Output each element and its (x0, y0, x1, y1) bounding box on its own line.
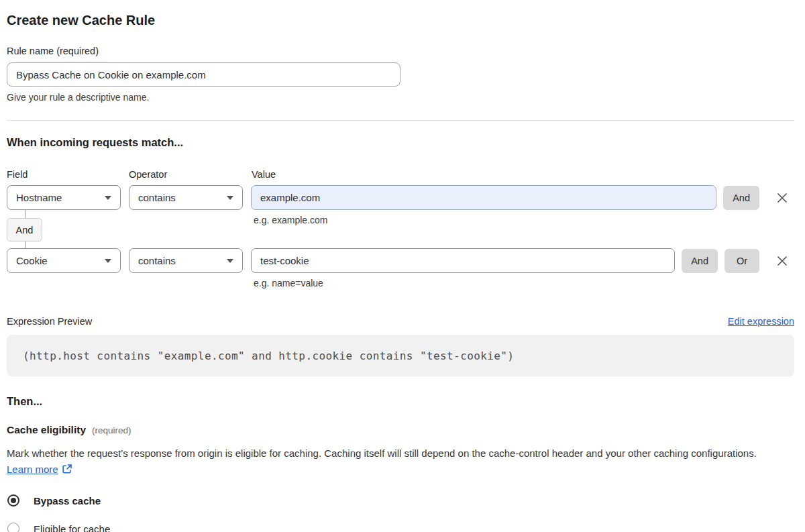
chevron-down-icon (105, 259, 111, 263)
field-select[interactable]: Hostname (7, 185, 121, 210)
remove-condition-button[interactable] (774, 253, 790, 269)
radio-selected-icon[interactable] (7, 494, 19, 507)
learn-more-link[interactable]: Learn more (7, 464, 58, 475)
and-connector: And (7, 210, 42, 248)
rule-name-helper: Give your rule a descriptive name. (7, 92, 794, 103)
condition-row: Hostname contains And (7, 185, 794, 210)
edit-expression-link[interactable]: Edit expression (728, 316, 794, 327)
radio-unselected-icon[interactable] (7, 523, 19, 532)
then-heading: Then... (7, 395, 794, 408)
connector-line (25, 210, 26, 218)
description-text: Mark whether the request’s response from… (7, 447, 757, 459)
remove-condition-button[interactable] (774, 190, 790, 206)
condition-column-labels: Field Operator Value (7, 169, 794, 180)
operator-select-value: contains (138, 192, 176, 203)
external-link-icon (62, 463, 72, 479)
cache-eligibility-header: Cache eligibility (required) (7, 424, 794, 436)
field-select-value: Cookie (16, 255, 48, 266)
cache-eligibility-label: Cache eligibility (7, 424, 86, 436)
chevron-down-icon (105, 196, 111, 200)
expression-preview-label: Expression Preview (7, 316, 92, 327)
close-icon (775, 191, 790, 205)
expression-header: Expression Preview Edit expression (7, 316, 794, 327)
chevron-down-icon (227, 259, 233, 263)
page-title: Create new Cache Rule (7, 12, 794, 28)
field-column-label: Field (7, 169, 121, 180)
and-button[interactable]: And (682, 249, 718, 273)
operator-select[interactable]: contains (129, 248, 243, 273)
or-button[interactable]: Or (724, 249, 759, 273)
option-eligible-for-cache[interactable]: Eligible for cache (7, 523, 794, 532)
close-icon (775, 254, 790, 268)
and-connector-badge: And (7, 218, 42, 242)
field-select-value: Hostname (16, 192, 62, 203)
create-cache-rule-form: Create new Cache Rule Rule name (require… (0, 0, 805, 532)
operator-column-label: Operator (129, 169, 243, 180)
section-divider (7, 120, 794, 121)
connector-line (25, 242, 26, 248)
value-input[interactable] (251, 185, 716, 210)
rule-name-label: Rule name (required) (7, 46, 794, 56)
radio-label: Bypass cache (34, 495, 101, 507)
radio-label: Eligible for cache (34, 523, 110, 532)
chevron-down-icon (227, 196, 233, 200)
value-input[interactable] (251, 248, 675, 273)
match-heading: When incoming requests match... (7, 136, 794, 149)
operator-select-value: contains (138, 255, 176, 266)
value-hint: e.g. example.com (254, 215, 328, 225)
field-select[interactable]: Cookie (7, 248, 121, 273)
operator-select[interactable]: contains (129, 185, 243, 210)
value-hint: e.g. name=value (254, 278, 794, 288)
condition-connector-area: e.g. example.com And (7, 210, 794, 248)
value-column-label: Value (252, 169, 276, 180)
option-bypass-cache[interactable]: Bypass cache (7, 494, 794, 507)
expression-preview-block: (http.host contains "example.com" and ht… (7, 335, 794, 376)
rule-name-input[interactable] (7, 62, 400, 87)
cache-eligibility-description: Mark whether the request’s response from… (7, 445, 785, 479)
required-note: (required) (92, 425, 131, 435)
expression-code: (http.host contains "example.com" and ht… (23, 350, 514, 362)
condition-row: Cookie contains And Or (7, 248, 794, 273)
and-button[interactable]: And (723, 186, 759, 210)
